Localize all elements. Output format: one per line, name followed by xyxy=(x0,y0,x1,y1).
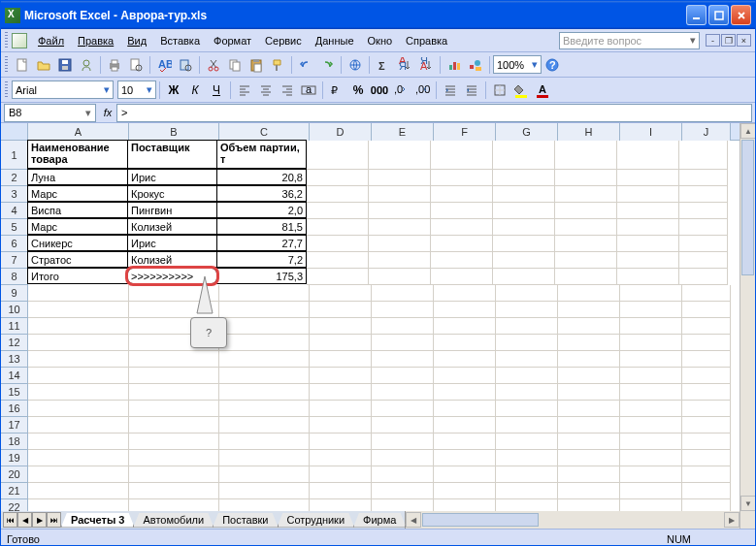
cell-1-G[interactable] xyxy=(493,141,555,170)
cell-18-H[interactable] xyxy=(558,434,620,450)
cell-6-C[interactable]: 27,7 xyxy=(216,235,307,251)
tab-nav-prev-icon[interactable]: ◀ xyxy=(17,512,32,528)
row-header[interactable]: 12 xyxy=(1,335,28,351)
cell-8-A[interactable]: Итого xyxy=(27,268,128,284)
cell-10-C[interactable] xyxy=(219,302,310,318)
cell-3-E[interactable] xyxy=(369,186,431,203)
print-icon[interactable] xyxy=(104,54,125,76)
cell-13-B[interactable] xyxy=(129,351,219,368)
cut-icon[interactable] xyxy=(203,54,224,76)
cell-16-I[interactable] xyxy=(620,401,682,417)
cell-8-G[interactable] xyxy=(493,269,555,285)
cell-17-E[interactable] xyxy=(372,417,434,434)
row-header[interactable]: 5 xyxy=(1,219,28,236)
cell-19-H[interactable] xyxy=(558,450,620,466)
cell-3-H[interactable] xyxy=(555,186,617,203)
cell-13-I[interactable] xyxy=(620,351,682,368)
cell-1-B[interactable]: Поставщик xyxy=(127,140,217,169)
cell-9-H[interactable] xyxy=(558,285,620,302)
cell-12-J[interactable] xyxy=(682,335,731,351)
fill-color-icon[interactable] xyxy=(510,80,532,101)
cell-1-C[interactable]: Объем партии, т xyxy=(216,140,307,169)
col-header-I[interactable]: I xyxy=(620,123,682,141)
cell-21-I[interactable] xyxy=(620,483,682,499)
cell-18-D[interactable] xyxy=(310,434,372,450)
cell-16-J[interactable] xyxy=(682,401,731,417)
cell-18-E[interactable] xyxy=(372,434,434,450)
cell-2-G[interactable] xyxy=(493,170,555,186)
cell-7-B[interactable]: Колизей xyxy=(127,251,217,268)
cell-22-C[interactable] xyxy=(219,499,310,511)
font-name-combo[interactable]: Arial▾ xyxy=(12,80,114,99)
cell-18-J[interactable] xyxy=(682,434,731,450)
decrease-decimal-icon[interactable]: ,00 xyxy=(411,80,433,101)
row-header[interactable]: 2 xyxy=(1,170,28,186)
cell-20-F[interactable] xyxy=(434,466,496,483)
cell-10-D[interactable] xyxy=(310,302,372,318)
col-header-C[interactable]: C xyxy=(219,123,310,141)
cell-5-B[interactable]: Колизей xyxy=(127,218,217,235)
cell-5-I[interactable] xyxy=(617,219,679,236)
cell-21-J[interactable] xyxy=(682,483,731,499)
cell-6-A[interactable]: Сникерс xyxy=(27,235,128,251)
cell-21-B[interactable] xyxy=(129,483,219,499)
print-preview-icon[interactable] xyxy=(125,54,147,76)
cell-8-F[interactable] xyxy=(431,269,493,285)
scroll-down-icon[interactable]: ▼ xyxy=(740,496,756,511)
currency-icon[interactable]: ₽ xyxy=(326,80,347,101)
tab-nav-next-icon[interactable]: ▶ xyxy=(32,512,47,528)
increase-indent-icon[interactable] xyxy=(461,80,482,101)
help-search-input[interactable]: Введите вопрос xyxy=(559,32,700,49)
cell-11-H[interactable] xyxy=(558,318,620,335)
undo-icon[interactable] xyxy=(295,54,316,76)
cell-13-C[interactable] xyxy=(219,351,310,368)
cell-4-F[interactable] xyxy=(431,203,493,219)
hyperlink-icon[interactable] xyxy=(345,54,366,76)
zoom-combo[interactable]: 100%▾ xyxy=(493,55,542,74)
cell-9-I[interactable] xyxy=(620,285,682,302)
cell-22-G[interactable] xyxy=(496,499,558,511)
cell-21-G[interactable] xyxy=(496,483,558,499)
cell-3-B[interactable]: Крокус xyxy=(127,185,217,202)
toolbar-handle[interactable] xyxy=(5,32,8,49)
cell-18-B[interactable] xyxy=(129,434,219,450)
row-header[interactable]: 9 xyxy=(1,285,28,302)
cell-10-E[interactable] xyxy=(372,302,434,318)
row-header[interactable]: 11 xyxy=(1,318,28,335)
cell-21-A[interactable] xyxy=(28,483,129,499)
cell-15-F[interactable] xyxy=(434,384,496,401)
col-header-H[interactable]: H xyxy=(558,123,620,141)
cell-14-B[interactable] xyxy=(129,368,219,384)
cell-20-G[interactable] xyxy=(496,466,558,483)
row-header[interactable]: 13 xyxy=(1,351,28,368)
cell-14-J[interactable] xyxy=(682,368,731,384)
cell-11-I[interactable] xyxy=(620,318,682,335)
drawing-toolbar-icon[interactable] xyxy=(465,54,486,76)
cell-14-C[interactable] xyxy=(219,368,310,384)
row-header[interactable]: 6 xyxy=(1,236,28,252)
cell-22-J[interactable] xyxy=(682,499,731,511)
cell-17-J[interactable] xyxy=(682,417,731,434)
tab-nav-first-icon[interactable]: ⏮ xyxy=(3,512,17,528)
cell-19-C[interactable] xyxy=(219,450,310,466)
cell-4-C[interactable]: 2,0 xyxy=(216,202,307,218)
col-header-F[interactable]: F xyxy=(434,123,496,141)
cell-17-D[interactable] xyxy=(310,417,372,434)
cell-7-E[interactable] xyxy=(369,252,431,269)
align-left-icon[interactable] xyxy=(234,80,255,101)
row-header[interactable]: 22 xyxy=(1,499,28,511)
menu-data[interactable]: Данные xyxy=(309,32,361,49)
cell-7-F[interactable] xyxy=(431,252,493,269)
col-header-G[interactable]: G xyxy=(496,123,558,141)
cell-1-A[interactable]: Наименование товара xyxy=(27,140,128,169)
row-header[interactable]: 19 xyxy=(1,450,28,466)
align-right-icon[interactable] xyxy=(277,80,298,101)
cell-5-C[interactable]: 81,5 xyxy=(216,218,307,235)
cell-10-A[interactable] xyxy=(28,302,129,318)
menu-view[interactable]: Вид xyxy=(120,32,153,49)
italic-icon[interactable]: К xyxy=(184,80,206,101)
cell-21-C[interactable] xyxy=(219,483,310,499)
cell-8-C[interactable]: 175,3 xyxy=(216,268,307,284)
cell-11-G[interactable] xyxy=(496,318,558,335)
bold-icon[interactable]: Ж xyxy=(163,80,184,101)
